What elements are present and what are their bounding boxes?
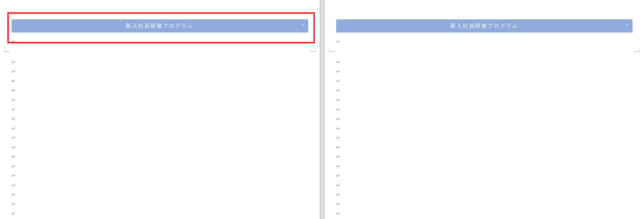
empty-paragraph-line[interactable]: ↵	[12, 142, 320, 152]
paragraph-mark-icon: ↵	[336, 107, 340, 112]
empty-paragraph-line[interactable]: ↵	[12, 180, 320, 190]
margin-corner-left-icon	[4, 47, 11, 52]
empty-paragraph-line[interactable]: ↵	[12, 161, 320, 171]
paragraph-mark-icon: ↵	[12, 59, 16, 65]
empty-paragraph-line[interactable]: ↵	[12, 209, 320, 218]
empty-paragraph-line[interactable]: ↵	[12, 114, 320, 123]
empty-paragraph-line[interactable]: ↵	[336, 95, 644, 105]
empty-paragraph-line[interactable]: ↵	[12, 199, 320, 209]
paragraph-mark-icon: ↵	[336, 211, 340, 217]
header-empty-line: ↵	[0, 37, 320, 47]
header-title-banner[interactable]: 新入社員研修プログラム	[336, 19, 633, 33]
empty-paragraph-line[interactable]: ↵	[336, 190, 644, 199]
paragraph-mark-icon: ↵	[336, 88, 340, 93]
empty-paragraph-line[interactable]: ↵	[12, 57, 320, 67]
paragraph-mark-icon: ↵	[12, 182, 16, 188]
paragraph-mark-icon: ↵	[336, 154, 340, 160]
header-title-text: 新入社員研修プログラム	[126, 23, 194, 29]
paragraph-mark-icon: ↵	[336, 39, 340, 44]
empty-paragraph-line[interactable]: ↵	[336, 133, 644, 142]
empty-paragraph-line[interactable]: ↵	[12, 95, 320, 105]
paragraph-mark-icon: ↵	[12, 39, 16, 44]
paragraph-mark-icon: ↵	[12, 135, 16, 141]
empty-paragraph-line[interactable]: ↵	[336, 180, 644, 190]
empty-paragraph-line[interactable]: ↵	[12, 190, 320, 199]
empty-paragraph-line[interactable]: ↵	[336, 161, 644, 171]
margin-corner-right-icon	[633, 47, 640, 52]
paragraph-mark-icon: ↵	[336, 59, 340, 65]
paragraph-mark-icon: ↵	[336, 135, 340, 141]
paragraph-mark-icon: ↵	[336, 126, 340, 131]
margin-corner-right-icon	[309, 47, 316, 52]
paragraph-mark-icon: ↵	[12, 107, 16, 112]
paragraph-mark-icon: ↵	[12, 126, 16, 131]
paragraph-mark-icon: ↵	[336, 192, 340, 198]
paragraph-mark-icon: ↵	[12, 97, 16, 103]
empty-paragraph-line[interactable]: ↵	[336, 86, 644, 95]
header-title-text: 新入社員研修プログラム	[450, 23, 518, 29]
paragraph-mark-icon: ↵	[336, 116, 340, 122]
paragraph-mark-icon: ↵	[12, 116, 16, 122]
empty-paragraph-line[interactable]: ↵	[336, 76, 644, 86]
empty-paragraph-line[interactable]: ↵	[336, 57, 644, 67]
empty-paragraph-line[interactable]: ↵	[12, 133, 320, 142]
paragraph-mark-icon: ↵	[12, 192, 16, 198]
header-area[interactable]: 新入社員研修プログラム	[0, 0, 320, 37]
empty-paragraph-line[interactable]: ↵	[12, 86, 320, 95]
paragraph-mark-icon: ↵	[12, 144, 16, 150]
empty-paragraph-line[interactable]: ↵	[336, 123, 644, 133]
empty-paragraph-line[interactable]: ↵	[336, 142, 644, 152]
empty-paragraph-line[interactable]: ↵	[336, 67, 644, 76]
paragraph-mark-icon: ↵	[12, 69, 16, 75]
empty-paragraph-line[interactable]: ↵	[12, 105, 320, 114]
empty-paragraph-line[interactable]: ↵	[336, 152, 644, 161]
body-area[interactable]: ↵↵↵↵↵↵↵↵↵↵↵↵↵↵↵↵↵	[325, 53, 644, 218]
header-empty-line: ↵	[325, 37, 644, 47]
header-title-banner[interactable]: 新入社員研修プログラム	[12, 19, 308, 33]
paragraph-mark-icon: ↵	[12, 78, 16, 84]
paragraph-mark-icon: ↵	[12, 163, 16, 169]
empty-paragraph-line[interactable]: ↵	[336, 209, 644, 218]
paragraph-mark-icon: ↵	[336, 69, 340, 75]
paragraph-mark-icon: ↵	[336, 78, 340, 84]
document-page-right[interactable]: 新入社員研修プログラム ↵ ↵↵↵↵↵↵↵↵↵↵↵↵↵↵↵↵↵	[325, 0, 644, 219]
empty-paragraph-line[interactable]: ↵	[12, 67, 320, 76]
paragraph-mark-icon: ↵	[12, 173, 16, 179]
empty-paragraph-line[interactable]: ↵	[336, 105, 644, 114]
paragraph-mark-icon: ↵	[12, 211, 16, 217]
empty-paragraph-line[interactable]: ↵	[12, 76, 320, 86]
empty-paragraph-line[interactable]: ↵	[336, 114, 644, 123]
empty-paragraph-line[interactable]: ↵	[336, 171, 644, 180]
paragraph-mark-icon: ↵	[12, 154, 16, 160]
empty-paragraph-line[interactable]: ↵	[336, 199, 644, 209]
empty-paragraph-line[interactable]: ↵	[12, 152, 320, 161]
paragraph-mark-icon: ↵	[336, 182, 340, 188]
header-area[interactable]: 新入社員研修プログラム	[325, 0, 644, 37]
paragraph-mark-icon: ↵	[336, 144, 340, 150]
paragraph-mark-icon: ↵	[336, 201, 340, 207]
empty-paragraph-line[interactable]: ↵	[12, 171, 320, 180]
paragraph-mark-icon: ↵	[336, 97, 340, 103]
header-boundary-row	[0, 47, 320, 53]
paragraph-mark-icon: ↵	[336, 163, 340, 169]
margin-corner-left-icon	[329, 47, 335, 52]
paragraph-mark-icon: ↵	[12, 201, 16, 207]
body-area[interactable]: ↵↵↵↵↵↵↵↵↵↵↵↵↵↵↵↵↵	[0, 53, 320, 218]
empty-paragraph-line[interactable]: ↵	[12, 123, 320, 133]
paragraph-mark-icon: ↵	[12, 88, 16, 93]
header-boundary-row	[325, 47, 644, 53]
page-gap-divider	[320, 0, 325, 219]
document-page-left[interactable]: 新入社員研修プログラム ↵ ↵↵↵↵↵↵↵↵↵↵↵↵↵↵↵↵↵	[0, 0, 320, 219]
paragraph-mark-icon: ↵	[336, 173, 340, 179]
